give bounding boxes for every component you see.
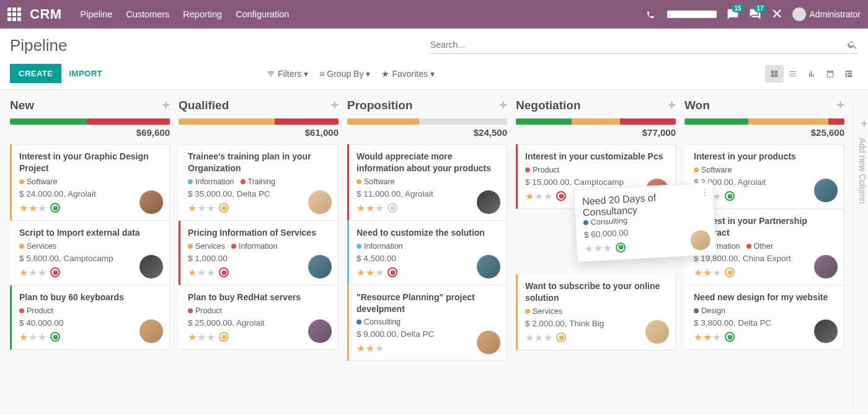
- filters-dropdown[interactable]: Filters ▾: [267, 69, 308, 79]
- kanban-column: Proposition+ $24,500Would appreciate mor…: [347, 99, 507, 407]
- priority-stars[interactable]: ★★★: [188, 267, 215, 279]
- kanban-card[interactable]: Script to Import external data Services …: [10, 221, 170, 285]
- activity-icon[interactable]: [219, 267, 229, 277]
- card-avatar[interactable]: [814, 179, 838, 202]
- card-avatar[interactable]: [308, 319, 332, 343]
- groupby-dropdown[interactable]: ≡ Group By ▾: [319, 69, 370, 79]
- priority-stars[interactable]: ★★★: [585, 242, 613, 255]
- kebab-icon[interactable]: ⋮: [700, 187, 708, 198]
- activity-icon[interactable]: [556, 191, 566, 201]
- nav-configuration[interactable]: Configuration: [236, 9, 289, 19]
- apps-grid-icon[interactable]: [7, 7, 21, 21]
- activity-icon[interactable]: [725, 191, 735, 201]
- priority-stars[interactable]: ★★★: [356, 342, 384, 354]
- column-add-button[interactable]: +: [162, 99, 170, 112]
- card-title: Plan to buy 60 keyboards: [19, 292, 162, 303]
- priority-stars[interactable]: ★★★: [356, 202, 384, 214]
- activity-icon[interactable]: [725, 267, 735, 277]
- priority-stars[interactable]: ★★★: [694, 331, 721, 343]
- search-bar[interactable]: [430, 37, 858, 54]
- kanban-column: Qualified+ $61,000Trainee's training pla…: [179, 99, 339, 407]
- card-title: Script to Import external data: [19, 227, 162, 239]
- user-menu[interactable]: Administrator: [792, 7, 861, 21]
- dragging-card[interactable]: ⋮ Need 20 Days of Consultancy Consulting…: [574, 182, 717, 262]
- kanban-card[interactable]: Would appreciate more information about …: [347, 144, 507, 221]
- graph-view-button[interactable]: [802, 65, 821, 83]
- activity-icon[interactable]: [50, 332, 60, 342]
- column-progress-bar[interactable]: [516, 118, 676, 125]
- card-avatar[interactable]: [814, 319, 838, 343]
- column-progress-bar[interactable]: [10, 118, 170, 125]
- kanban-card[interactable]: Need new design for my website Design $ …: [684, 285, 844, 350]
- kanban-card[interactable]: Plan to buy RedHat servers Product $ 25,…: [179, 285, 339, 350]
- progress-tray[interactable]: [667, 11, 717, 18]
- column-progress-bar[interactable]: [684, 118, 844, 125]
- priority-stars[interactable]: ★★★: [19, 267, 46, 279]
- activity-icon[interactable]: [219, 332, 229, 342]
- activity-icon[interactable]: [616, 242, 626, 252]
- activity-icon[interactable]: [388, 203, 397, 213]
- card-tag: Consulting: [356, 318, 401, 326]
- phone-icon[interactable]: [646, 9, 655, 20]
- card-title: Interest in your Graphic Design Project: [19, 151, 162, 174]
- card-avatar[interactable]: [645, 320, 669, 344]
- card-avatar[interactable]: [814, 255, 838, 279]
- card-tag: Design: [694, 306, 725, 315]
- kanban-card[interactable]: Need to customize the solution Informati…: [347, 221, 507, 285]
- card-avatar[interactable]: [140, 255, 163, 279]
- priority-stars[interactable]: ★★★: [19, 331, 46, 343]
- priority-stars[interactable]: ★★★: [525, 190, 552, 202]
- card-avatar[interactable]: [140, 319, 163, 343]
- search-input[interactable]: [430, 37, 847, 52]
- kanban-card[interactable]: Plan to buy 60 keyboards Product $ 40,00…: [10, 285, 170, 350]
- column-add-button[interactable]: +: [330, 99, 339, 112]
- add-column-button[interactable]: +Add new Column: [853, 99, 868, 407]
- activity-icon[interactable]: [556, 332, 566, 342]
- column-title: Won: [684, 99, 710, 112]
- search-icon[interactable]: [847, 39, 858, 51]
- nav-customers[interactable]: Customers: [126, 9, 169, 19]
- card-title: Pricing Information of Services: [188, 227, 330, 239]
- activity-icon[interactable]: [219, 203, 229, 213]
- kanban-card[interactable]: "Resource Planning" project develpment C…: [347, 285, 507, 362]
- priority-stars[interactable]: ★★★: [694, 267, 721, 279]
- priority-stars[interactable]: ★★★: [525, 332, 552, 344]
- column-add-button[interactable]: +: [499, 99, 507, 112]
- column-title: New: [10, 99, 34, 112]
- close-icon[interactable]: ✕: [771, 6, 782, 22]
- kanban-card[interactable]: Pricing Information of Services Services…: [179, 221, 339, 285]
- card-avatar[interactable]: [477, 255, 500, 279]
- priority-stars[interactable]: ★★★: [356, 267, 384, 279]
- kanban-card[interactable]: Want to subscribe to your online solutio…: [516, 274, 676, 350]
- card-avatar[interactable]: [308, 255, 332, 279]
- list-view-button[interactable]: [784, 65, 802, 83]
- column-add-button[interactable]: +: [836, 99, 844, 112]
- column-progress-bar[interactable]: [347, 118, 507, 125]
- activity-icon[interactable]: [50, 203, 60, 213]
- card-avatar[interactable]: [308, 190, 332, 214]
- card-title: Plan to buy RedHat servers: [188, 292, 330, 303]
- card-avatar[interactable]: [140, 190, 163, 214]
- activities-icon[interactable]: 17: [749, 8, 761, 20]
- nav-reporting[interactable]: Reporting: [183, 9, 222, 19]
- import-button[interactable]: IMPORT: [61, 64, 110, 83]
- priority-stars[interactable]: ★★★: [188, 202, 215, 214]
- calendar-view-button[interactable]: [821, 65, 839, 83]
- breadcrumb: Pipeline: [10, 36, 68, 55]
- activity-icon[interactable]: [725, 332, 735, 342]
- create-button[interactable]: CREATE: [10, 64, 61, 83]
- card-avatar[interactable]: [477, 190, 500, 214]
- activity-icon[interactable]: [388, 267, 397, 277]
- pivot-view-button[interactable]: [839, 65, 858, 83]
- column-add-button[interactable]: +: [668, 99, 676, 112]
- nav-pipeline[interactable]: Pipeline: [81, 9, 113, 19]
- kanban-view-button[interactable]: [765, 65, 784, 83]
- priority-stars[interactable]: ★★★: [19, 202, 46, 214]
- kanban-card[interactable]: Trainee's training plan in your Organiza…: [179, 144, 339, 221]
- kanban-card[interactable]: Interest in your Graphic Design Project …: [10, 144, 170, 221]
- priority-stars[interactable]: ★★★: [188, 331, 215, 343]
- activity-icon[interactable]: [50, 267, 60, 277]
- messages-icon[interactable]: 15: [727, 8, 739, 20]
- favorites-dropdown[interactable]: ★ Favorites ▾: [381, 69, 435, 79]
- column-progress-bar[interactable]: [179, 118, 339, 125]
